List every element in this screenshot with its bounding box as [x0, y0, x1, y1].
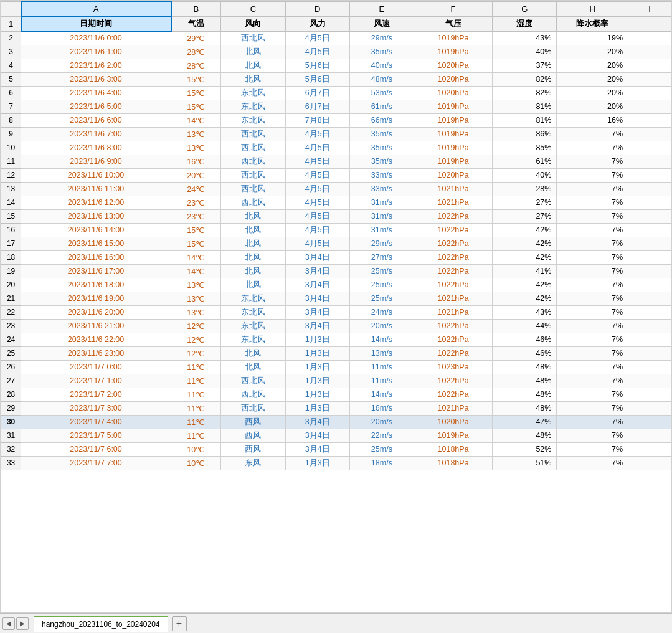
cell-g22[interactable]: 43%: [493, 305, 557, 319]
cell-i5[interactable]: [628, 72, 671, 86]
cell-d16[interactable]: 4月5日: [285, 223, 349, 237]
cell-g19[interactable]: 41%: [493, 264, 557, 278]
cell-e8[interactable]: 66m/s: [349, 113, 414, 127]
cell-a21[interactable]: 2023/11/6 19:00: [21, 292, 171, 305]
cell-d25[interactable]: 1月3日: [285, 346, 349, 360]
cell-i15[interactable]: [628, 209, 671, 223]
cell-e17[interactable]: 29m/s: [349, 237, 414, 250]
cell-b6[interactable]: 15℃: [171, 86, 221, 100]
cell-a28[interactable]: 2023/11/7 2:00: [21, 388, 171, 401]
cell-f9[interactable]: 1019hPa: [414, 127, 493, 141]
cell-c23[interactable]: 东北风: [221, 319, 285, 333]
cell-d4[interactable]: 5月6日: [285, 59, 349, 72]
cell-g3[interactable]: 40%: [493, 45, 557, 59]
cell-d30[interactable]: 3月4日: [285, 415, 349, 429]
cell-e28[interactable]: 14m/s: [349, 388, 414, 401]
cell-a12[interactable]: 2023/11/6 10:00: [21, 168, 171, 182]
cell-b12[interactable]: 20℃: [171, 168, 221, 182]
cell-g33[interactable]: 51%: [493, 456, 557, 470]
cell-e32[interactable]: 25m/s: [349, 442, 414, 456]
cell-c10[interactable]: 西北风: [221, 141, 285, 155]
cell-e7[interactable]: 61m/s: [349, 100, 414, 113]
cell-h5[interactable]: 20%: [557, 72, 628, 86]
cell-a30[interactable]: 2023/11/7 4:00: [21, 415, 171, 429]
cell-d26[interactable]: 1月3日: [285, 360, 349, 374]
cell-i19[interactable]: [628, 264, 671, 278]
cell-e18[interactable]: 27m/s: [349, 250, 414, 264]
cell-h6[interactable]: 20%: [557, 86, 628, 100]
cell-i8[interactable]: [628, 113, 671, 127]
cell-a29[interactable]: 2023/11/7 3:00: [21, 401, 171, 415]
cell-d21[interactable]: 3月4日: [285, 292, 349, 305]
cell-c26[interactable]: 北风: [221, 360, 285, 374]
cell-e12[interactable]: 33m/s: [349, 168, 414, 182]
cell-h19[interactable]: 7%: [557, 264, 628, 278]
cell-h13[interactable]: 7%: [557, 182, 628, 196]
cell-i11[interactable]: [628, 155, 671, 168]
cell-e24[interactable]: 14m/s: [349, 333, 414, 346]
cell-g4[interactable]: 37%: [493, 59, 557, 72]
cell-c5[interactable]: 北风: [221, 72, 285, 86]
cell-c7[interactable]: 东北风: [221, 100, 285, 113]
cell-h28[interactable]: 7%: [557, 388, 628, 401]
cell-b11[interactable]: 16℃: [171, 155, 221, 168]
cell-c17[interactable]: 北风: [221, 237, 285, 250]
cell-h17[interactable]: 7%: [557, 237, 628, 250]
cell-i33[interactable]: [628, 456, 671, 470]
cell-e26[interactable]: 11m/s: [349, 360, 414, 374]
cell-f7[interactable]: 1019hPa: [414, 100, 493, 113]
cell-c28[interactable]: 西北风: [221, 388, 285, 401]
cell-f33[interactable]: 1018hPa: [414, 456, 493, 470]
cell-a26[interactable]: 2023/11/7 0:00: [21, 360, 171, 374]
cell-e30[interactable]: 20m/s: [349, 415, 414, 429]
cell-d12[interactable]: 4月5日: [285, 168, 349, 182]
cell-e21[interactable]: 25m/s: [349, 292, 414, 305]
cell-d11[interactable]: 4月5日: [285, 155, 349, 168]
cell-a27[interactable]: 2023/11/7 1:00: [21, 374, 171, 388]
col-header-c[interactable]: C: [221, 1, 285, 16]
cell-f18[interactable]: 1022hPa: [414, 250, 493, 264]
cell-g29[interactable]: 48%: [493, 401, 557, 415]
cell-a14[interactable]: 2023/11/6 12:00: [21, 196, 171, 209]
cell-c29[interactable]: 西北风: [221, 401, 285, 415]
cell-f13[interactable]: 1021hPa: [414, 182, 493, 196]
cell-a13[interactable]: 2023/11/6 11:00: [21, 182, 171, 196]
cell-h15[interactable]: 7%: [557, 209, 628, 223]
cell-f17[interactable]: 1022hPa: [414, 237, 493, 250]
cell-d10[interactable]: 4月5日: [285, 141, 349, 155]
cell-a19[interactable]: 2023/11/6 17:00: [21, 264, 171, 278]
cell-i32[interactable]: [628, 442, 671, 456]
cell-e6[interactable]: 53m/s: [349, 86, 414, 100]
cell-f3[interactable]: 1019hPa: [414, 45, 493, 59]
cell-a33[interactable]: 2023/11/7 7:00: [21, 456, 171, 470]
cell-h31[interactable]: 7%: [557, 429, 628, 442]
cell-f6[interactable]: 1020hPa: [414, 86, 493, 100]
cell-i2[interactable]: [628, 31, 671, 45]
cell-e2[interactable]: 29m/s: [349, 31, 414, 45]
cell-h24[interactable]: 7%: [557, 333, 628, 346]
cell-g15[interactable]: 27%: [493, 209, 557, 223]
cell-g12[interactable]: 40%: [493, 168, 557, 182]
cell-i14[interactable]: [628, 196, 671, 209]
cell-b3[interactable]: 28℃: [171, 45, 221, 59]
cell-f28[interactable]: 1022hPa: [414, 388, 493, 401]
cell-i12[interactable]: [628, 168, 671, 182]
cell-a2[interactable]: 2023/11/6 0:00: [21, 31, 171, 45]
cell-d17[interactable]: 4月5日: [285, 237, 349, 250]
cell-c18[interactable]: 北风: [221, 250, 285, 264]
cell-f29[interactable]: 1021hPa: [414, 401, 493, 415]
cell-e22[interactable]: 24m/s: [349, 305, 414, 319]
cell-g5[interactable]: 82%: [493, 72, 557, 86]
cell-i6[interactable]: [628, 86, 671, 100]
cell-f31[interactable]: 1019hPa: [414, 429, 493, 442]
cell-b21[interactable]: 13℃: [171, 292, 221, 305]
cell-f19[interactable]: 1022hPa: [414, 264, 493, 278]
cell-c20[interactable]: 北风: [221, 278, 285, 292]
cell-b8[interactable]: 14℃: [171, 113, 221, 127]
cell-g17[interactable]: 42%: [493, 237, 557, 250]
cell-h30[interactable]: 7%: [557, 415, 628, 429]
cell-c31[interactable]: 西风: [221, 429, 285, 442]
cell-c8[interactable]: 东北风: [221, 113, 285, 127]
cell-i1[interactable]: [628, 16, 671, 31]
cell-e4[interactable]: 40m/s: [349, 59, 414, 72]
